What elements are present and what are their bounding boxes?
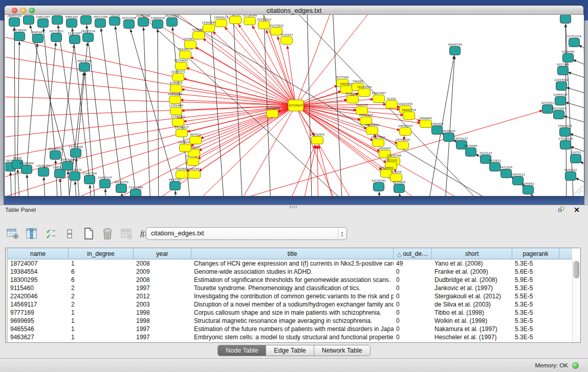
graph-node[interactable] bbox=[347, 96, 359, 103]
close-panel-button[interactable]: ✕ bbox=[574, 205, 580, 214]
graph-node[interactable] bbox=[169, 96, 181, 104]
graph-node[interactable] bbox=[79, 63, 90, 72]
graph-node[interactable] bbox=[55, 169, 66, 178]
graph-node[interactable] bbox=[450, 47, 461, 55]
graph-node[interactable] bbox=[203, 25, 215, 32]
graph-node[interactable] bbox=[153, 20, 163, 29]
graph-node[interactable] bbox=[62, 162, 73, 170]
graph-node[interactable] bbox=[187, 158, 199, 166]
graph-node[interactable] bbox=[374, 183, 384, 191]
graph-node[interactable] bbox=[565, 172, 576, 181]
graph-node[interactable] bbox=[170, 107, 182, 115]
graph-node[interactable] bbox=[84, 176, 95, 184]
graph-node[interactable] bbox=[70, 172, 80, 181]
network-canvas[interactable]: 1872400797771696497568746266203644361632… bbox=[5, 15, 584, 196]
tab-edge-table[interactable]: Edge Table bbox=[266, 345, 314, 356]
graph-node[interactable] bbox=[394, 184, 405, 193]
row-height-button[interactable] bbox=[63, 227, 76, 240]
graph-node[interactable] bbox=[556, 82, 567, 91]
graph-node[interactable] bbox=[554, 111, 564, 119]
graph-node[interactable] bbox=[523, 186, 534, 194]
graph-node[interactable] bbox=[170, 182, 181, 190]
scrollbar-thumb[interactable] bbox=[574, 261, 579, 278]
graph-node[interactable] bbox=[366, 127, 378, 135]
graph-node[interactable] bbox=[466, 148, 476, 157]
table-row[interactable]: 946554611997Estimation of the future num… bbox=[8, 325, 572, 333]
show-columns-button[interactable] bbox=[25, 227, 38, 240]
graph-node[interactable] bbox=[70, 35, 80, 44]
column-header-in_degree[interactable]: in_degree bbox=[69, 248, 134, 259]
graph-node[interactable] bbox=[230, 16, 242, 24]
graph-node[interactable] bbox=[189, 171, 201, 179]
graph-node[interactable] bbox=[14, 32, 25, 41]
tab-network-table[interactable]: Network Table bbox=[314, 345, 371, 356]
graph-node[interactable] bbox=[185, 41, 197, 49]
graph-node[interactable] bbox=[95, 19, 106, 28]
tab-node-table[interactable]: Node Table bbox=[217, 345, 266, 356]
graph-node[interactable] bbox=[170, 85, 182, 93]
float-panel-button[interactable] bbox=[558, 207, 565, 213]
graph-node[interactable] bbox=[172, 74, 184, 81]
graph-node[interactable] bbox=[71, 149, 81, 158]
column-header-year[interactable]: year bbox=[134, 248, 191, 259]
graph-node[interactable] bbox=[373, 95, 385, 103]
graph-node[interactable] bbox=[130, 189, 141, 196]
table-row[interactable]: 911546021997Tourette syndrome. Phenomeno… bbox=[8, 284, 572, 292]
graph-node[interactable] bbox=[24, 16, 34, 25]
table-row[interactable]: 1938455462009Genome-wide association stu… bbox=[8, 268, 572, 276]
graph-node[interactable] bbox=[180, 144, 191, 152]
table-row[interactable]: 2242004622012Investigating the contribut… bbox=[8, 292, 572, 300]
graph-node[interactable] bbox=[373, 139, 384, 147]
graph-node[interactable] bbox=[50, 151, 61, 160]
graph-node[interactable] bbox=[569, 38, 580, 47]
graph-node[interactable] bbox=[172, 119, 184, 126]
graph-node[interactable] bbox=[403, 112, 415, 120]
graph-node[interactable] bbox=[190, 137, 202, 144]
resize-corner-grip[interactable] bbox=[574, 186, 582, 194]
graph-node[interactable] bbox=[420, 120, 432, 128]
graph-node[interactable] bbox=[193, 32, 205, 39]
graph-node[interactable] bbox=[215, 19, 227, 27]
graph-node[interactable] bbox=[258, 21, 270, 29]
select-all-button[interactable]: ✓ ✓ bbox=[44, 227, 57, 240]
graph-node[interactable] bbox=[359, 89, 371, 97]
network-graph[interactable]: 1872400797771696497568746266203644361632… bbox=[5, 15, 584, 196]
graph-node[interactable] bbox=[267, 110, 278, 118]
column-header-name[interactable]: name bbox=[8, 248, 69, 259]
table-row[interactable]: 1830029562008Estimation of significance … bbox=[8, 276, 572, 284]
delete-table-button-disabled[interactable] bbox=[120, 227, 133, 240]
memory-ok-indicator[interactable] bbox=[572, 362, 579, 369]
graph-node[interactable] bbox=[180, 51, 191, 59]
graph-node[interactable] bbox=[312, 137, 323, 144]
graph-node[interactable] bbox=[124, 20, 135, 29]
graph-node[interactable] bbox=[386, 101, 398, 108]
graph-node[interactable] bbox=[571, 155, 581, 163]
column-header-out_de[interactable]: △out_de… bbox=[394, 248, 432, 259]
graph-node[interactable] bbox=[176, 129, 188, 137]
graph-node[interactable] bbox=[38, 168, 49, 177]
graph-node[interactable] bbox=[116, 184, 127, 193]
graph-node[interactable] bbox=[21, 165, 32, 174]
table-row[interactable]: 977716911998Corpus callosum shape and si… bbox=[8, 309, 572, 317]
graph-node[interactable] bbox=[432, 126, 443, 135]
graph-node[interactable] bbox=[176, 62, 187, 70]
column-header-short[interactable]: short bbox=[432, 248, 512, 259]
graph-node[interactable] bbox=[560, 128, 571, 137]
table-row[interactable]: 1872400712008Changes of HCN gene express… bbox=[8, 259, 572, 268]
graph-node[interactable] bbox=[558, 67, 569, 75]
create-column-button[interactable] bbox=[82, 227, 95, 240]
graph-node[interactable] bbox=[560, 15, 571, 24]
graph-node[interactable] bbox=[138, 18, 149, 27]
graph-node[interactable] bbox=[490, 163, 500, 171]
column-header-pagerank[interactable]: pagerank bbox=[512, 248, 559, 259]
graph-node[interactable] bbox=[563, 54, 574, 62]
graph-node[interactable] bbox=[397, 142, 409, 149]
graph-node[interactable] bbox=[176, 171, 188, 179]
graph-node[interactable] bbox=[244, 17, 256, 25]
graph-node[interactable] bbox=[444, 133, 454, 142]
delete-column-button[interactable] bbox=[101, 227, 114, 240]
graph-node[interactable] bbox=[281, 37, 293, 45]
graph-node[interactable] bbox=[52, 16, 63, 25]
graph-node[interactable] bbox=[9, 18, 20, 27]
table-row[interactable]: 969969511998Structural magnetic resonanc… bbox=[8, 317, 572, 325]
